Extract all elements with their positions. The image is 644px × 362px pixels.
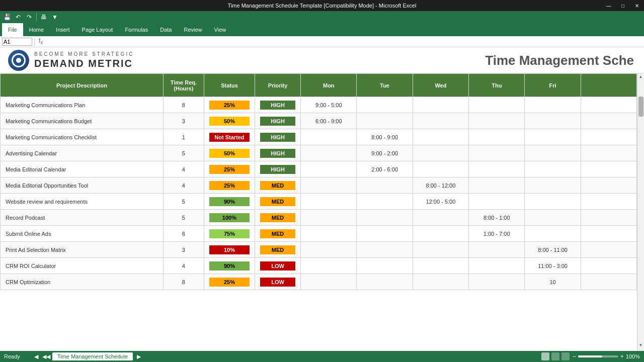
cell-mon: [301, 274, 357, 290]
status-badge: Not Started: [209, 133, 250, 142]
cell-thu: [469, 97, 525, 113]
header-tue: Tue: [357, 74, 413, 97]
page-break-view-icon[interactable]: [561, 352, 570, 360]
zoom-in-button[interactable]: +: [620, 353, 624, 360]
scrollbar-thumb[interactable]: [638, 97, 643, 117]
cell-fri: [525, 129, 581, 145]
logo-tagline: Become More Strategic: [34, 51, 134, 57]
cell-extra: [581, 113, 636, 129]
status-badge: 90%: [209, 261, 250, 270]
cell-wed: [413, 242, 468, 258]
sheet-tab[interactable]: Time Management Schedule: [52, 352, 133, 360]
table-row: Advertising Calendar550%HIGH9:00 - 2:00: [1, 145, 637, 161]
header-fri: Fri: [525, 74, 581, 97]
cell-tue: [357, 242, 413, 258]
next-sheet-btn[interactable]: ▶: [135, 352, 143, 360]
print-icon[interactable]: 🖶: [39, 12, 49, 22]
scroll-down-arrow[interactable]: ▼: [638, 343, 643, 350]
priority-badge: HIGH: [260, 117, 295, 126]
cell-wed: [413, 258, 468, 274]
cell-project: Record Podcast: [1, 210, 164, 226]
cell-tue: [357, 274, 413, 290]
cell-priority: LOW: [255, 258, 301, 274]
tab-review[interactable]: Review: [178, 23, 208, 36]
cell-mon: 9:00 - 5:00: [301, 97, 357, 113]
tab-formulas[interactable]: Formulas: [119, 23, 154, 36]
tab-file[interactable]: File: [2, 23, 23, 36]
cell-status: Not Started: [204, 129, 255, 145]
cell-hours: 4: [163, 258, 204, 274]
cell-fri: [525, 226, 581, 242]
status-badge: 25%: [209, 101, 250, 110]
title-bar: Time Management Schedule Template [Compa…: [0, 0, 644, 11]
zoom-filled: [578, 355, 602, 357]
scroll-up-arrow[interactable]: ▲: [638, 74, 643, 81]
save-icon[interactable]: 💾: [2, 12, 12, 22]
table-row: Marketing Communications Checklist1Not S…: [1, 129, 637, 145]
formula-bar: fx: [0, 36, 644, 47]
cell-mon: 6:00 - 9:00: [301, 113, 357, 129]
table-row: Print Ad Selection Matrix310%MED8:00 - 1…: [1, 242, 637, 258]
logo-area: Become More Strategic Demand Metric Time…: [0, 47, 644, 73]
header-thu: Thu: [469, 74, 525, 97]
cell-thu: [469, 274, 525, 290]
page-layout-view-icon[interactable]: [551, 352, 559, 360]
customize-icon[interactable]: ▼: [50, 12, 60, 22]
cell-priority: HIGH: [255, 145, 301, 161]
main-table: Project Description Time Req.(Hours) Sta…: [0, 73, 637, 290]
header-wed: Wed: [413, 74, 468, 97]
cell-thu: [469, 258, 525, 274]
table-row: Record Podcast5100%MED8:00 - 1:00: [1, 210, 637, 226]
table-row: Media Editorial Calendar425%HIGH2:00 - 6…: [1, 161, 637, 177]
status-right: − + 100%: [541, 352, 640, 360]
normal-view-icon[interactable]: [541, 352, 549, 360]
formula-input[interactable]: [47, 39, 642, 45]
cell-project: Media Editorial Opportunities Tool: [1, 177, 164, 194]
cell-thu: [469, 113, 525, 129]
page-title: Time Management Sche: [485, 52, 634, 68]
cell-priority: MED: [255, 210, 301, 226]
tab-home[interactable]: Home: [23, 23, 50, 36]
tab-insert[interactable]: Insert: [50, 23, 76, 36]
undo-icon[interactable]: ↶: [13, 12, 23, 22]
logo-icon: [8, 50, 29, 71]
cell-extra: [581, 258, 636, 274]
cell-hours: 6: [163, 226, 204, 242]
cell-wed: [413, 226, 468, 242]
cell-fri: [525, 97, 581, 113]
vertical-scrollbar[interactable]: ▲ ▼: [637, 73, 644, 351]
cell-hours: 5: [163, 210, 204, 226]
tab-data[interactable]: Data: [154, 23, 178, 36]
cell-status: 90%: [204, 194, 255, 210]
priority-badge: MED: [260, 181, 295, 190]
prev-sheet-btn[interactable]: ◀: [32, 352, 40, 360]
redo-icon[interactable]: ↷: [24, 12, 34, 22]
cell-thu: [469, 145, 525, 161]
status-badge: 50%: [209, 149, 250, 158]
cell-project: Marketing Communications Budget: [1, 113, 164, 129]
name-box[interactable]: [2, 38, 32, 46]
cell-wed: [413, 161, 468, 177]
zoom-out-button[interactable]: −: [573, 353, 576, 360]
cell-wed: [413, 274, 468, 290]
zoom-slider[interactable]: [578, 355, 618, 357]
close-button[interactable]: ✕: [630, 0, 644, 11]
cell-tue: [357, 258, 413, 274]
window-controls[interactable]: — □ ✕: [602, 0, 644, 11]
maximize-button[interactable]: □: [616, 0, 630, 11]
status-badge: 50%: [209, 117, 250, 126]
toolbar-separator: [36, 13, 37, 21]
cell-status: 25%: [204, 177, 255, 194]
status-badge: 90%: [209, 197, 250, 206]
cell-extra: [581, 161, 636, 177]
header-project-description: Project Description: [1, 74, 164, 97]
cell-hours: 5: [163, 194, 204, 210]
minimize-button[interactable]: —: [602, 0, 616, 11]
cell-wed: [413, 145, 468, 161]
tab-view[interactable]: View: [208, 23, 232, 36]
cell-hours: 8: [163, 97, 204, 113]
tab-page-layout[interactable]: Page Layout: [76, 23, 119, 36]
first-sheet-btn[interactable]: ◀◀: [42, 352, 50, 360]
cell-tue: [357, 113, 413, 129]
cell-project: CRM Optimization: [1, 274, 164, 290]
